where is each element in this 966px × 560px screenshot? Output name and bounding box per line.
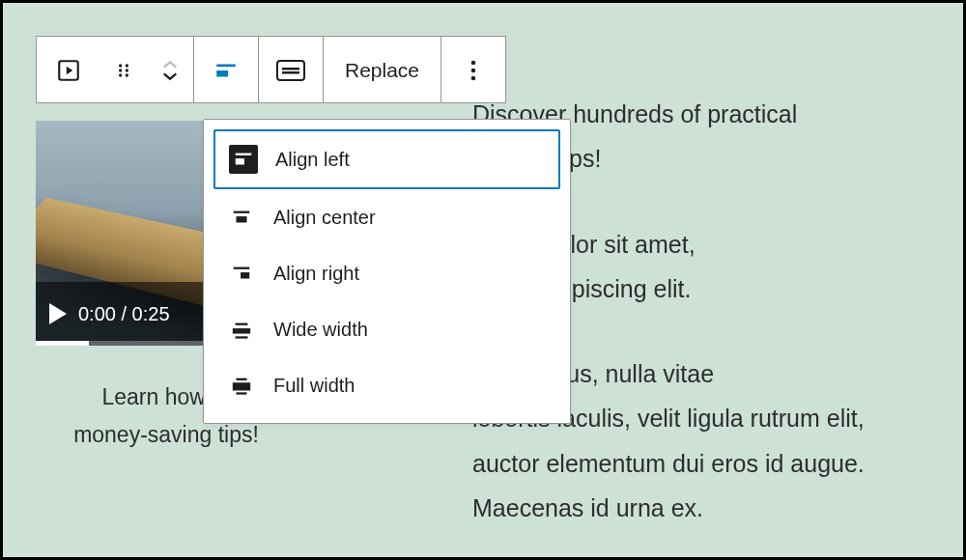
align-button[interactable] — [194, 37, 258, 104]
svg-point-13 — [471, 61, 476, 66]
align-center-option[interactable]: Align center — [213, 189, 560, 245]
svg-point-6 — [119, 73, 122, 76]
wide-width-option[interactable]: Wide width — [213, 301, 560, 357]
svg-rect-12 — [282, 71, 299, 74]
svg-rect-27 — [237, 392, 247, 394]
play-icon[interactable] — [49, 303, 67, 324]
align-left-option[interactable]: Align left — [213, 129, 560, 189]
toolbar-group-more — [441, 37, 505, 102]
svg-point-4 — [119, 69, 122, 71]
chevron-up-icon — [161, 60, 179, 70]
svg-rect-24 — [236, 336, 248, 338]
video-time-display: 0:00 / 0:25 — [78, 303, 170, 325]
svg-rect-10 — [277, 61, 304, 80]
dropdown-item-label: Align right — [273, 263, 359, 285]
align-left-icon — [213, 58, 239, 83]
svg-rect-17 — [236, 158, 244, 164]
align-left-icon — [229, 145, 258, 174]
dropdown-item-label: Full width — [273, 375, 355, 397]
dropdown-item-label: Align center — [273, 207, 376, 229]
svg-rect-21 — [241, 272, 249, 278]
svg-rect-9 — [216, 70, 228, 77]
toolbar-group-cover — [259, 37, 324, 102]
svg-point-14 — [471, 69, 476, 73]
content-position-button[interactable] — [259, 37, 323, 104]
toolbar-group-block — [37, 37, 194, 102]
replace-button[interactable]: Replace — [324, 37, 440, 104]
alignment-dropdown: Align left Align center Align right Wide… — [203, 119, 571, 424]
full-width-option[interactable]: Full width — [213, 357, 560, 413]
drag-handle-button[interactable] — [100, 37, 147, 104]
content-position-icon — [276, 60, 305, 81]
svg-point-5 — [126, 69, 128, 71]
block-toolbar: Replace — [36, 36, 506, 103]
kebab-icon — [470, 60, 476, 81]
align-center-icon — [227, 203, 256, 232]
full-width-icon — [227, 371, 256, 400]
svg-point-15 — [471, 76, 476, 81]
wide-width-icon — [227, 315, 256, 344]
chevron-down-icon — [161, 71, 179, 81]
svg-point-7 — [126, 73, 128, 76]
svg-rect-25 — [237, 378, 247, 380]
svg-rect-20 — [234, 267, 250, 269]
svg-rect-26 — [233, 382, 250, 390]
toolbar-group-align — [194, 37, 259, 102]
toolbar-group-replace: Replace — [324, 37, 441, 102]
svg-rect-16 — [236, 154, 252, 155]
svg-rect-8 — [216, 65, 236, 68]
svg-rect-19 — [237, 216, 247, 222]
block-type-button[interactable] — [37, 37, 100, 104]
svg-rect-18 — [234, 211, 250, 213]
dropdown-item-label: Align left — [275, 149, 350, 171]
dropdown-item-label: Wide width — [273, 319, 368, 341]
align-right-option[interactable]: Align right — [213, 245, 560, 301]
move-up-down-button[interactable] — [147, 37, 193, 104]
svg-point-2 — [119, 64, 122, 67]
more-options-button[interactable] — [441, 37, 505, 104]
svg-marker-1 — [67, 67, 73, 75]
svg-rect-11 — [282, 68, 299, 70]
align-right-icon — [227, 259, 256, 288]
svg-point-3 — [126, 64, 128, 67]
svg-rect-23 — [233, 328, 250, 334]
svg-rect-22 — [236, 323, 248, 325]
